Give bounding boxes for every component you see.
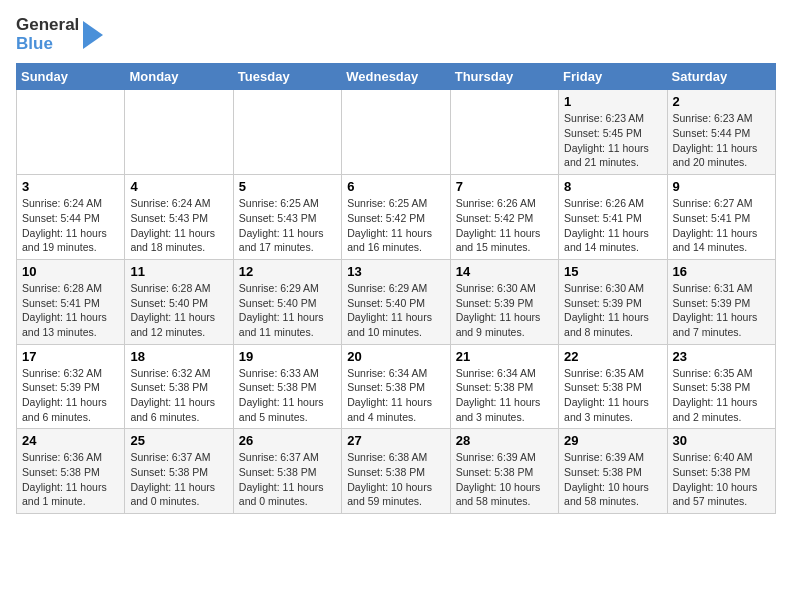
logo-chevron-icon xyxy=(79,17,107,53)
day-number: 15 xyxy=(564,264,661,279)
calendar-cell: 15Sunrise: 6:30 AMSunset: 5:39 PMDayligh… xyxy=(559,259,667,344)
calendar-cell: 17Sunrise: 6:32 AMSunset: 5:39 PMDayligh… xyxy=(17,344,125,429)
day-number: 30 xyxy=(673,433,770,448)
day-number: 4 xyxy=(130,179,227,194)
calendar-cell xyxy=(125,90,233,175)
calendar-cell: 4Sunrise: 6:24 AMSunset: 5:43 PMDaylight… xyxy=(125,175,233,260)
day-info: Sunrise: 6:34 AMSunset: 5:38 PMDaylight:… xyxy=(347,366,444,425)
day-info: Sunrise: 6:26 AMSunset: 5:41 PMDaylight:… xyxy=(564,196,661,255)
day-number: 27 xyxy=(347,433,444,448)
day-number: 14 xyxy=(456,264,553,279)
calendar-cell: 25Sunrise: 6:37 AMSunset: 5:38 PMDayligh… xyxy=(125,429,233,514)
page-header: General Blue xyxy=(16,16,776,53)
week-row-2: 3Sunrise: 6:24 AMSunset: 5:44 PMDaylight… xyxy=(17,175,776,260)
calendar-cell: 14Sunrise: 6:30 AMSunset: 5:39 PMDayligh… xyxy=(450,259,558,344)
column-header-sunday: Sunday xyxy=(17,64,125,90)
column-header-friday: Friday xyxy=(559,64,667,90)
column-header-monday: Monday xyxy=(125,64,233,90)
calendar-cell: 11Sunrise: 6:28 AMSunset: 5:40 PMDayligh… xyxy=(125,259,233,344)
calendar-cell: 8Sunrise: 6:26 AMSunset: 5:41 PMDaylight… xyxy=(559,175,667,260)
column-header-saturday: Saturday xyxy=(667,64,775,90)
day-info: Sunrise: 6:35 AMSunset: 5:38 PMDaylight:… xyxy=(673,366,770,425)
day-number: 1 xyxy=(564,94,661,109)
week-row-4: 17Sunrise: 6:32 AMSunset: 5:39 PMDayligh… xyxy=(17,344,776,429)
day-info: Sunrise: 6:25 AMSunset: 5:42 PMDaylight:… xyxy=(347,196,444,255)
day-number: 22 xyxy=(564,349,661,364)
day-info: Sunrise: 6:37 AMSunset: 5:38 PMDaylight:… xyxy=(130,450,227,509)
day-info: Sunrise: 6:28 AMSunset: 5:40 PMDaylight:… xyxy=(130,281,227,340)
day-number: 17 xyxy=(22,349,119,364)
day-number: 18 xyxy=(130,349,227,364)
calendar-cell xyxy=(342,90,450,175)
day-number: 7 xyxy=(456,179,553,194)
day-number: 19 xyxy=(239,349,336,364)
day-info: Sunrise: 6:35 AMSunset: 5:38 PMDaylight:… xyxy=(564,366,661,425)
day-number: 24 xyxy=(22,433,119,448)
day-number: 8 xyxy=(564,179,661,194)
calendar-cell: 20Sunrise: 6:34 AMSunset: 5:38 PMDayligh… xyxy=(342,344,450,429)
logo-text-general: General xyxy=(16,16,79,35)
day-number: 11 xyxy=(130,264,227,279)
day-number: 5 xyxy=(239,179,336,194)
day-number: 26 xyxy=(239,433,336,448)
day-number: 12 xyxy=(239,264,336,279)
day-info: Sunrise: 6:37 AMSunset: 5:38 PMDaylight:… xyxy=(239,450,336,509)
calendar-cell: 26Sunrise: 6:37 AMSunset: 5:38 PMDayligh… xyxy=(233,429,341,514)
week-row-5: 24Sunrise: 6:36 AMSunset: 5:38 PMDayligh… xyxy=(17,429,776,514)
day-info: Sunrise: 6:29 AMSunset: 5:40 PMDaylight:… xyxy=(347,281,444,340)
day-info: Sunrise: 6:33 AMSunset: 5:38 PMDaylight:… xyxy=(239,366,336,425)
column-header-wednesday: Wednesday xyxy=(342,64,450,90)
calendar-table: SundayMondayTuesdayWednesdayThursdayFrid… xyxy=(16,63,776,514)
calendar-cell: 1Sunrise: 6:23 AMSunset: 5:45 PMDaylight… xyxy=(559,90,667,175)
calendar-cell: 9Sunrise: 6:27 AMSunset: 5:41 PMDaylight… xyxy=(667,175,775,260)
day-number: 13 xyxy=(347,264,444,279)
calendar-cell: 28Sunrise: 6:39 AMSunset: 5:38 PMDayligh… xyxy=(450,429,558,514)
day-number: 16 xyxy=(673,264,770,279)
calendar-cell xyxy=(450,90,558,175)
day-info: Sunrise: 6:39 AMSunset: 5:38 PMDaylight:… xyxy=(456,450,553,509)
day-number: 20 xyxy=(347,349,444,364)
calendar-cell: 6Sunrise: 6:25 AMSunset: 5:42 PMDaylight… xyxy=(342,175,450,260)
day-info: Sunrise: 6:31 AMSunset: 5:39 PMDaylight:… xyxy=(673,281,770,340)
logo-text-blue: Blue xyxy=(16,35,79,54)
calendar-cell: 21Sunrise: 6:34 AMSunset: 5:38 PMDayligh… xyxy=(450,344,558,429)
column-header-tuesday: Tuesday xyxy=(233,64,341,90)
calendar-cell: 29Sunrise: 6:39 AMSunset: 5:38 PMDayligh… xyxy=(559,429,667,514)
calendar-cell: 13Sunrise: 6:29 AMSunset: 5:40 PMDayligh… xyxy=(342,259,450,344)
day-number: 23 xyxy=(673,349,770,364)
week-row-1: 1Sunrise: 6:23 AMSunset: 5:45 PMDaylight… xyxy=(17,90,776,175)
calendar-cell: 10Sunrise: 6:28 AMSunset: 5:41 PMDayligh… xyxy=(17,259,125,344)
day-number: 9 xyxy=(673,179,770,194)
day-info: Sunrise: 6:39 AMSunset: 5:38 PMDaylight:… xyxy=(564,450,661,509)
day-info: Sunrise: 6:24 AMSunset: 5:44 PMDaylight:… xyxy=(22,196,119,255)
day-info: Sunrise: 6:30 AMSunset: 5:39 PMDaylight:… xyxy=(456,281,553,340)
column-header-thursday: Thursday xyxy=(450,64,558,90)
day-info: Sunrise: 6:23 AMSunset: 5:45 PMDaylight:… xyxy=(564,111,661,170)
day-number: 28 xyxy=(456,433,553,448)
calendar-header-row: SundayMondayTuesdayWednesdayThursdayFrid… xyxy=(17,64,776,90)
day-info: Sunrise: 6:26 AMSunset: 5:42 PMDaylight:… xyxy=(456,196,553,255)
day-info: Sunrise: 6:32 AMSunset: 5:38 PMDaylight:… xyxy=(130,366,227,425)
day-info: Sunrise: 6:29 AMSunset: 5:40 PMDaylight:… xyxy=(239,281,336,340)
day-number: 25 xyxy=(130,433,227,448)
day-info: Sunrise: 6:27 AMSunset: 5:41 PMDaylight:… xyxy=(673,196,770,255)
day-number: 21 xyxy=(456,349,553,364)
calendar-cell: 16Sunrise: 6:31 AMSunset: 5:39 PMDayligh… xyxy=(667,259,775,344)
day-info: Sunrise: 6:34 AMSunset: 5:38 PMDaylight:… xyxy=(456,366,553,425)
day-number: 10 xyxy=(22,264,119,279)
calendar-cell xyxy=(17,90,125,175)
calendar-cell: 27Sunrise: 6:38 AMSunset: 5:38 PMDayligh… xyxy=(342,429,450,514)
calendar-cell: 7Sunrise: 6:26 AMSunset: 5:42 PMDaylight… xyxy=(450,175,558,260)
day-number: 3 xyxy=(22,179,119,194)
calendar-cell: 5Sunrise: 6:25 AMSunset: 5:43 PMDaylight… xyxy=(233,175,341,260)
logo: General Blue xyxy=(16,16,107,53)
day-info: Sunrise: 6:32 AMSunset: 5:39 PMDaylight:… xyxy=(22,366,119,425)
day-info: Sunrise: 6:28 AMSunset: 5:41 PMDaylight:… xyxy=(22,281,119,340)
week-row-3: 10Sunrise: 6:28 AMSunset: 5:41 PMDayligh… xyxy=(17,259,776,344)
day-info: Sunrise: 6:38 AMSunset: 5:38 PMDaylight:… xyxy=(347,450,444,509)
day-number: 29 xyxy=(564,433,661,448)
calendar-cell: 22Sunrise: 6:35 AMSunset: 5:38 PMDayligh… xyxy=(559,344,667,429)
calendar-cell: 24Sunrise: 6:36 AMSunset: 5:38 PMDayligh… xyxy=(17,429,125,514)
svg-marker-0 xyxy=(83,21,103,49)
calendar-cell: 18Sunrise: 6:32 AMSunset: 5:38 PMDayligh… xyxy=(125,344,233,429)
